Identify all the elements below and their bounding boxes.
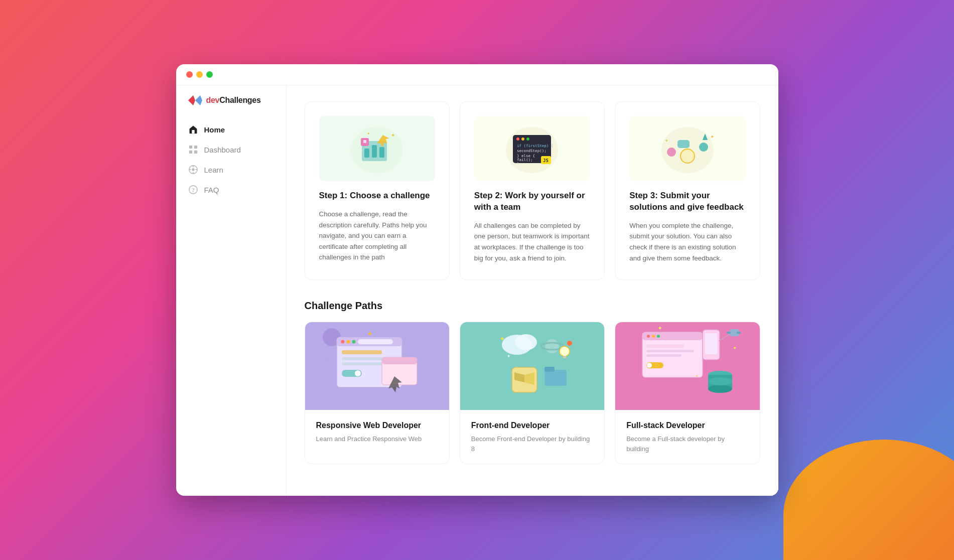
svg-point-27 (516, 137, 519, 141)
sidebar-item-home[interactable]: Home (176, 119, 286, 139)
path-responsive-title: Responsive Web Developer (316, 421, 438, 430)
svg-text:fail();: fail(); (517, 158, 533, 162)
step2-desc: All challenges can be completed by one p… (474, 220, 590, 263)
sidebar-item-learn[interactable]: Learn (176, 160, 286, 180)
step3-illustration: 👤 👤 💡 💬 (629, 116, 745, 181)
svg-rect-18 (372, 145, 377, 158)
svg-point-40 (699, 143, 708, 152)
maximize-button[interactable] (206, 71, 213, 78)
svg-rect-83 (642, 332, 703, 340)
step2-illustration: if (firstStep) { secondStep(); } else { … (474, 116, 590, 181)
svg-point-84 (647, 335, 650, 338)
svg-text:✦: ✦ (367, 330, 373, 338)
home-icon (188, 124, 198, 134)
svg-rect-6 (194, 151, 197, 154)
svg-text:✦: ✦ (391, 132, 395, 138)
svg-text:★: ★ (507, 354, 510, 358)
svg-rect-3 (189, 146, 192, 149)
svg-rect-87 (646, 344, 684, 348)
close-button[interactable] (186, 71, 193, 78)
sidebar-item-faq[interactable]: ? FAQ (176, 180, 286, 200)
titlebar (176, 64, 778, 85)
svg-text:✦: ✦ (657, 325, 662, 332)
svg-rect-74 (544, 370, 567, 386)
svg-rect-5 (189, 151, 192, 154)
path-fullstack-body: Full-stack Developer Become a Full-stack… (615, 410, 759, 464)
sidebar-item-learn-label: Learn (204, 166, 223, 174)
step-card-3: 👤 👤 💡 💬 (615, 101, 760, 280)
svg-text:✦: ✦ (695, 374, 699, 378)
path-fullstack-desc: Become a Full-stack developer by buildin… (626, 434, 748, 454)
svg-rect-2 (192, 130, 194, 133)
path-responsive-desc: Learn and Practice Responsive Web (316, 434, 438, 444)
steps-grid: ✦ ✦ Step 1: Choose a challenge Choose a … (305, 101, 760, 280)
svg-text:}: } (517, 162, 519, 166)
svg-marker-0 (188, 95, 195, 105)
sidebar-item-faq-label: FAQ (204, 186, 219, 194)
path-responsive-body: Responsive Web Developer Learn and Pract… (305, 410, 449, 454)
svg-rect-56 (342, 350, 382, 354)
svg-point-98 (708, 385, 732, 393)
sidebar-item-dashboard[interactable]: Dashboard (176, 139, 286, 160)
svg-point-67 (515, 334, 537, 350)
svg-point-53 (347, 340, 350, 344)
svg-text:✦: ✦ (733, 345, 737, 351)
step3-title: Step 3: Submit your solutions and give f… (629, 190, 745, 213)
challenge-paths-title: Challenge Paths (305, 300, 760, 312)
path-frontend-desc: Become Front-end Developer by building 8 (471, 434, 593, 454)
svg-point-52 (341, 340, 345, 344)
sidebar-item-dashboard-label: Dashboard (204, 146, 241, 154)
svg-rect-62 (382, 357, 417, 364)
path-card-fullstack[interactable]: 👆 ✦ ✦ ✦ Full-stack Developer Become a (615, 322, 760, 464)
logo-icon (188, 95, 202, 105)
svg-rect-19 (379, 147, 384, 158)
svg-text:?: ? (192, 187, 195, 194)
step-card-1: ✦ ✦ Step 1: Choose a challenge Choose a … (305, 101, 450, 280)
path-card-frontend[interactable]: ✦ · ★ Front-end Developer Become Front-e… (460, 322, 605, 464)
svg-text:✦: ✦ (367, 131, 370, 136)
svg-marker-1 (195, 95, 202, 105)
svg-point-85 (652, 335, 655, 338)
dashboard-icon (188, 145, 198, 155)
app-window: devChallenges Home (176, 64, 778, 496)
svg-point-54 (352, 340, 356, 344)
path-responsive-image: ✦ · (305, 322, 449, 410)
svg-text:·: · (327, 358, 328, 363)
main-content: ✦ ✦ Step 1: Choose a challenge Choose a … (287, 85, 778, 496)
svg-text:✦: ✦ (710, 134, 714, 139)
step2-title: Step 2: Work by yourself or with a team (474, 190, 590, 213)
svg-point-60 (355, 370, 361, 376)
svg-text:✦: ✦ (665, 138, 668, 143)
svg-rect-91 (705, 333, 717, 354)
svg-rect-4 (194, 146, 197, 149)
path-frontend-title: Front-end Developer (471, 421, 593, 430)
svg-text:✦: ✦ (499, 335, 505, 343)
app-body: devChallenges Home (176, 85, 778, 496)
logo-text: devChallenges (206, 96, 261, 105)
svg-point-38 (667, 148, 676, 157)
svg-point-76 (560, 346, 570, 356)
minimize-button[interactable] (196, 71, 203, 78)
svg-text:JS: JS (543, 158, 549, 163)
path-fullstack-image: 👆 ✦ ✦ ✦ (615, 322, 759, 410)
svg-rect-77 (563, 356, 566, 358)
svg-text:·: · (570, 360, 571, 366)
svg-rect-45 (677, 140, 690, 148)
svg-rect-89 (646, 354, 682, 357)
svg-point-68 (545, 339, 559, 353)
path-frontend-body: Front-end Developer Become Front-end Dev… (460, 410, 604, 464)
svg-point-81 (567, 341, 572, 346)
step3-desc: When you complete the challenge, submit … (629, 220, 745, 263)
svg-point-29 (526, 137, 529, 141)
sidebar: devChallenges Home (176, 85, 287, 496)
faq-icon: ? (188, 185, 198, 195)
svg-rect-58 (342, 362, 387, 365)
svg-point-102 (647, 363, 652, 368)
svg-rect-55 (358, 339, 393, 344)
path-card-responsive[interactable]: ✦ · Responsive Web Developer Learn and P… (305, 322, 450, 464)
paths-grid: ✦ · Responsive Web Developer Learn and P… (305, 322, 760, 464)
learn-icon (188, 165, 198, 175)
svg-rect-21 (363, 140, 366, 143)
step-card-2: if (firstStep) { secondStep(); } else { … (460, 101, 605, 280)
svg-point-8 (192, 168, 194, 171)
